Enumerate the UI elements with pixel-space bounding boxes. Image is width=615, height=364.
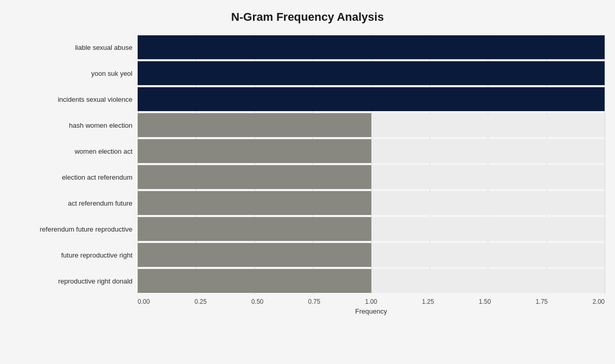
bar-fill	[138, 113, 371, 137]
bar-track	[138, 191, 605, 215]
bar-label: future reproductive right	[10, 251, 138, 259]
bar-label: reproductive right donald	[10, 277, 138, 285]
bar-label: election act referendum	[10, 173, 138, 181]
bar-label: incidents sexual violence	[10, 96, 138, 103]
x-tick: 0.25	[194, 298, 206, 305]
bar-label: act referendum future	[10, 199, 138, 207]
bar-label: referendum future reproductive	[10, 225, 138, 233]
grid-line	[605, 34, 605, 294]
x-axis-ticks-row: 0.000.250.500.751.001.251.501.752.00	[138, 298, 605, 305]
x-tick: 0.00	[138, 298, 150, 305]
bar-row: yoon suk yeol	[10, 60, 605, 86]
x-tick: 1.25	[422, 298, 434, 305]
x-tick: 0.75	[308, 298, 320, 305]
bar-label: liable sexual abuse	[10, 44, 138, 51]
bar-fill	[138, 217, 371, 241]
bar-fill	[138, 139, 371, 163]
bar-label: yoon suk yeol	[10, 70, 138, 77]
x-ticks: 0.000.250.500.751.001.251.501.752.00	[138, 298, 605, 305]
bar-track	[138, 269, 605, 293]
chart-area: liable sexual abuseyoon suk yeolincident…	[10, 34, 605, 315]
bar-row: hash women election	[10, 112, 605, 138]
bar-track	[138, 61, 605, 85]
bar-fill	[138, 165, 371, 189]
bar-track	[138, 87, 605, 111]
x-axis-label: Frequency	[138, 307, 605, 315]
bar-fill	[138, 61, 605, 85]
bar-fill	[138, 191, 371, 215]
bar-row: election act referendum	[10, 164, 605, 190]
bar-track	[138, 243, 605, 267]
chart-title: N-Gram Frequency Analysis	[10, 10, 605, 24]
bar-fill	[138, 87, 605, 111]
bar-track	[138, 165, 605, 189]
bar-row: referendum future reproductive	[10, 216, 605, 242]
bar-label: women election act	[10, 147, 138, 155]
bar-track	[138, 35, 605, 59]
bar-row: future reproductive right	[10, 242, 605, 268]
x-tick: 1.00	[365, 298, 377, 305]
bar-fill	[138, 35, 605, 59]
bar-fill	[138, 243, 371, 267]
x-tick: 1.50	[479, 298, 491, 305]
x-tick: 0.50	[251, 298, 263, 305]
bar-row: reproductive right donald	[10, 268, 605, 294]
bar-row: act referendum future	[10, 190, 605, 216]
x-tick: 2.00	[593, 298, 605, 305]
bar-row: women election act	[10, 138, 605, 164]
bar-row: incidents sexual violence	[10, 86, 605, 112]
bars-wrapper: liable sexual abuseyoon suk yeolincident…	[10, 34, 605, 294]
x-tick: 1.75	[536, 298, 547, 305]
bar-track	[138, 139, 605, 163]
bar-track	[138, 113, 605, 137]
bar-row: liable sexual abuse	[10, 34, 605, 60]
bar-track	[138, 217, 605, 241]
bar-fill	[138, 269, 371, 293]
chart-container: N-Gram Frequency Analysis liable sexual …	[0, 0, 615, 364]
bar-label: hash women election	[10, 122, 138, 129]
